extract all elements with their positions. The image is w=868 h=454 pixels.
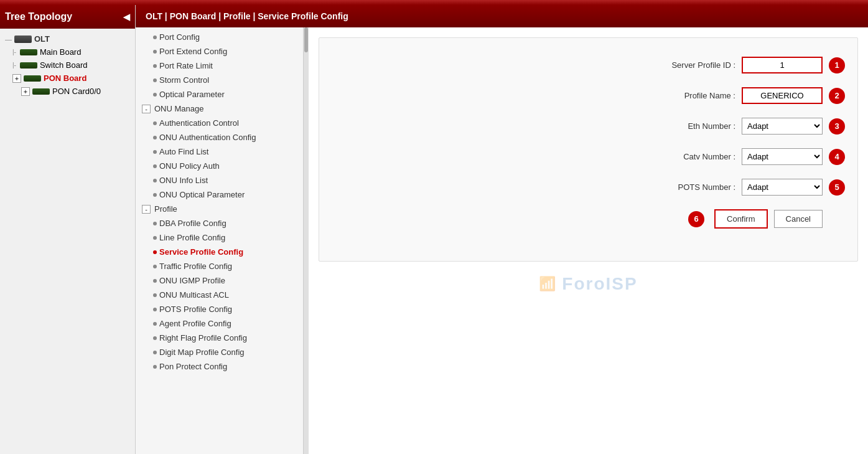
sidebar-item-switch-board[interactable]: |- Switch Board xyxy=(0,59,135,72)
sub-nav-line-profile[interactable]: Line Profile Config xyxy=(136,230,303,245)
sidebar-item-pon-card[interactable]: + PON Card0/0 xyxy=(0,85,135,98)
sub-nav-profile-header[interactable]: - Profile xyxy=(136,202,303,216)
watermark-text: ForoISP xyxy=(562,274,637,294)
badge-2: 2 xyxy=(829,88,845,104)
main-board-label: Main Board xyxy=(40,47,81,57)
profile-name-input[interactable] xyxy=(742,87,823,104)
sub-nav-pots-profile[interactable]: POTS Profile Config xyxy=(136,302,303,316)
pots-number-row: POTS Number : Adapt 0 1 2 4 5 xyxy=(332,179,845,196)
badge-6: 6 xyxy=(688,211,704,227)
badge-5: 5 xyxy=(829,179,845,196)
sub-nav-service-profile[interactable]: Service Profile Config xyxy=(136,245,303,259)
sidebar-item-pon-board[interactable]: + PON Board xyxy=(0,72,135,85)
sub-nav-onu-optical-parameter[interactable]: ONU Optical Parameter xyxy=(136,187,303,202)
scroll-thumb[interactable] xyxy=(304,27,308,52)
catv-number-label: Catv Number : xyxy=(636,152,735,161)
sidebar-collapse-icon[interactable]: ◀ xyxy=(123,12,130,22)
sub-nav-dba-profile[interactable]: DBA Profile Config xyxy=(136,216,303,230)
breadcrumb: OLT | PON Board | Profile | Service Prof… xyxy=(136,5,868,27)
olt-label: OLT xyxy=(34,34,50,44)
right-panel: OLT | PON Board | Profile | Service Prof… xyxy=(136,5,868,454)
catv-number-row: Catv Number : Adapt 0 1 2 4 xyxy=(332,148,845,165)
sidebar: Tree Topology ◀ — OLT |- Main Board |- S… xyxy=(0,5,136,454)
watermark-container: 📶 ForoISP xyxy=(309,274,868,294)
sub-nav-right-flag-profile[interactable]: Right Flag Profile Config xyxy=(136,331,303,345)
sub-nav-pon-protect[interactable]: Pon Protect Config xyxy=(136,359,303,374)
server-profile-id-label: Server Profile ID : xyxy=(636,60,735,70)
scroll-indicator xyxy=(304,27,309,454)
sidebar-tree: — OLT |- Main Board |- Switch Board + PO… xyxy=(0,29,135,454)
sub-nav-onu-multicast-acl[interactable]: ONU Multicast ACL xyxy=(136,288,303,302)
pon-card-label: PON Card0/0 xyxy=(52,87,101,96)
sub-nav-agent-profile[interactable]: Agent Profile Config xyxy=(136,316,303,331)
sub-nav-onu-policy-auth[interactable]: ONU Policy Auth xyxy=(136,159,303,173)
form-panel: Server Profile ID : 1 Profile Name : 2 E… xyxy=(319,37,858,262)
server-profile-id-input[interactable] xyxy=(742,57,823,73)
wifi-icon: 📶 xyxy=(539,276,557,292)
sub-nav-onu-igmp-profile[interactable]: ONU IGMP Profile xyxy=(136,273,303,288)
sub-nav-auth-control[interactable]: Authentication Control xyxy=(136,116,303,130)
badge-4: 4 xyxy=(829,149,845,165)
sub-nav-storm-control[interactable]: Storm Control xyxy=(136,73,303,87)
content-area: Port Config Port Extend Config Port Rate… xyxy=(136,27,868,454)
confirm-button[interactable]: Confirm xyxy=(714,209,768,229)
switch-board-label: Switch Board xyxy=(40,60,88,70)
sidebar-item-main-board[interactable]: |- Main Board xyxy=(0,45,135,59)
sidebar-title: Tree Topology xyxy=(5,11,72,22)
cancel-button[interactable]: Cancel xyxy=(774,210,823,228)
pon-board-label: PON Board xyxy=(44,73,86,83)
main-content: Server Profile ID : 1 Profile Name : 2 E… xyxy=(309,27,868,454)
pots-number-label: POTS Number : xyxy=(636,182,735,192)
eth-number-select[interactable]: Adapt 0 1 2 4 8 xyxy=(742,118,823,135)
sidebar-header: Tree Topology ◀ xyxy=(0,5,135,29)
badge-3: 3 xyxy=(829,118,845,135)
onu-manage-toggle[interactable]: - xyxy=(142,105,151,113)
sub-nav-auto-find-list[interactable]: Auto Find List xyxy=(136,144,303,159)
sub-nav-digit-map-profile[interactable]: Digit Map Profile Config xyxy=(136,345,303,359)
profile-name-label: Profile Name : xyxy=(636,91,735,100)
profile-toggle[interactable]: - xyxy=(142,205,151,214)
sub-nav-port-config[interactable]: Port Config xyxy=(136,30,303,44)
sub-nav-onu-manage-header[interactable]: - ONU Manage xyxy=(136,102,303,116)
top-bar xyxy=(0,0,868,5)
profile-name-row: Profile Name : 2 xyxy=(332,87,845,104)
badge-1: 1 xyxy=(829,57,845,73)
sub-nav-onu-info-list[interactable]: ONU Info List xyxy=(136,173,303,187)
sub-nav: Port Config Port Extend Config Port Rate… xyxy=(136,27,304,454)
button-row: 6 Confirm Cancel xyxy=(332,209,845,229)
sub-nav-port-extend-config[interactable]: Port Extend Config xyxy=(136,44,303,59)
server-profile-id-row: Server Profile ID : 1 xyxy=(332,57,845,73)
sub-nav-onu-auth-config[interactable]: ONU Authentication Config xyxy=(136,130,303,144)
eth-number-label: Eth Number : xyxy=(636,121,735,131)
sidebar-item-olt[interactable]: — OLT xyxy=(0,32,135,45)
sub-nav-port-rate-limit[interactable]: Port Rate Limit xyxy=(136,59,303,73)
watermark: 📶 ForoISP xyxy=(539,274,637,294)
eth-number-row: Eth Number : Adapt 0 1 2 4 8 3 xyxy=(332,118,845,135)
pots-number-select[interactable]: Adapt 0 1 2 4 xyxy=(742,179,823,196)
catv-number-select[interactable]: Adapt 0 1 2 xyxy=(742,148,823,165)
sub-nav-traffic-profile[interactable]: Traffic Profile Config xyxy=(136,259,303,273)
sub-nav-optical-parameter[interactable]: Optical Parameter xyxy=(136,87,303,102)
